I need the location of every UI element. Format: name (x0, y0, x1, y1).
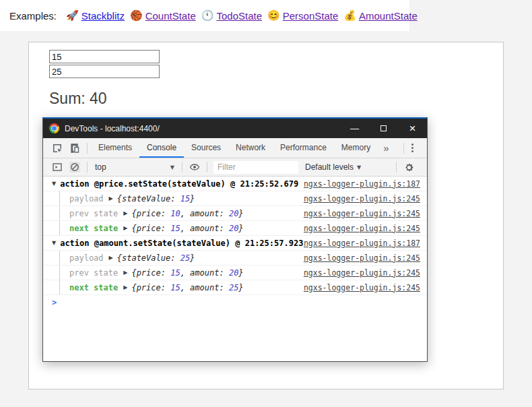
expand-caret-icon[interactable]: ▶ (123, 284, 127, 290)
preview-text: , amount: (180, 268, 229, 278)
source-link[interactable]: ngxs-logger-plugin.js:245 (304, 224, 420, 233)
preview-text: } (238, 283, 243, 292)
link-amountstate[interactable]: 💰 AmountState (343, 9, 417, 22)
object-preview: {price: 15, amount: 20} (131, 268, 243, 278)
expand-caret-icon[interactable]: ▼ (52, 240, 56, 246)
clear-console-icon[interactable] (69, 162, 80, 173)
object-preview: {price: 10, amount: 20} (131, 209, 243, 218)
context-label: top (95, 162, 106, 172)
divider (87, 162, 88, 173)
expand-caret-icon[interactable]: ▶ (123, 225, 127, 231)
console-row[interactable]: prev state▶{price: 10, amount: 20}ngxs-l… (43, 206, 427, 221)
divider (182, 162, 182, 173)
link-countstate[interactable]: 🏀 CountState (130, 9, 196, 22)
expand-caret-icon[interactable]: ▶ (123, 270, 127, 276)
preview-text: , amount: (180, 224, 229, 233)
levels-label: Default levels (305, 162, 354, 172)
price-input[interactable] (49, 50, 160, 63)
object-preview: {price: 15, amount: 25} (131, 283, 243, 292)
divider (207, 162, 207, 173)
examples-header: Examples: 🚀 Stackblitz 🏀 CountState 🕚 To… (0, 0, 409, 31)
state-label: prev state (69, 209, 118, 218)
source-link[interactable]: ngxs-logger-plugin.js:245 (304, 209, 420, 218)
tab-sources[interactable]: Sources (184, 138, 228, 158)
state-label: payload (69, 253, 104, 263)
console-prompt-icon[interactable]: > (52, 298, 57, 307)
chrome-logo-icon (49, 123, 59, 133)
preview-text: } (238, 268, 243, 278)
source-link[interactable]: ngxs-logger-plugin.js:187 (304, 179, 420, 189)
app-card: Sum: 40 DevTools - localhost:4400/ — × E… (28, 42, 504, 389)
preview-text: {stateValue: (117, 253, 180, 263)
console-log-area[interactable]: ▼action @price.setState(stateValue) @ 21… (43, 177, 427, 361)
tab-network[interactable]: Network (228, 138, 273, 158)
preview-text: {price: (131, 268, 170, 278)
console-row[interactable]: > (43, 295, 427, 310)
link-todostate[interactable]: 🕚 TodoState (201, 9, 262, 22)
devtools-window: DevTools - localhost:4400/ — × Elements … (42, 117, 428, 362)
live-expression-eye-icon[interactable] (189, 162, 200, 173)
preview-text: , amount: (180, 283, 229, 292)
console-row[interactable]: payload▶{stateValue: 15}ngxs-logger-plug… (43, 191, 427, 206)
console-row[interactable]: ▼action @amount.setState(stateValue) @ 2… (43, 236, 427, 251)
expand-caret-icon[interactable]: ▶ (123, 210, 127, 216)
number-value: 15 (170, 268, 180, 278)
sum-text: Sum: 40 (49, 90, 503, 108)
context-dropdown[interactable]: top ▼ (95, 162, 174, 172)
window-title: DevTools - localhost:4400/ (65, 124, 160, 133)
minimize-icon: — (350, 123, 359, 133)
console-row[interactable]: next state▶{price: 15, amount: 25}ngxs-l… (43, 280, 427, 295)
console-row[interactable]: ▼action @price.setState(stateValue) @ 21… (43, 177, 427, 191)
source-link[interactable]: ngxs-logger-plugin.js:187 (304, 239, 420, 248)
tab-console[interactable]: Console (139, 138, 184, 158)
moneybag-icon: 💰 (343, 9, 356, 22)
divider (403, 143, 404, 154)
preview-text: {stateValue: (117, 194, 180, 204)
more-tabs-icon[interactable]: » (383, 142, 389, 154)
basketball-icon: 🏀 (130, 9, 143, 22)
divider (87, 143, 88, 154)
console-sidebar-icon[interactable] (52, 162, 63, 173)
link-stackblitz[interactable]: 🚀 Stackblitz (66, 9, 125, 22)
link-label: AmountState (359, 10, 418, 22)
preview-text: } (238, 209, 243, 218)
filter-input[interactable] (213, 161, 298, 174)
source-link[interactable]: ngxs-logger-plugin.js:245 (304, 194, 420, 204)
minimize-button[interactable]: — (340, 119, 369, 138)
preview-text: } (190, 194, 195, 204)
preview-text: {price: (131, 209, 170, 218)
amount-input[interactable] (49, 65, 160, 78)
devtools-menu-icon[interactable] (407, 144, 418, 152)
link-personstate[interactable]: 😊 PersonState (267, 9, 338, 22)
console-row[interactable]: payload▶{stateValue: 25}ngxs-logger-plug… (43, 251, 427, 265)
settings-gear-icon[interactable] (403, 162, 414, 173)
object-preview: {price: 15, amount: 20} (131, 224, 243, 233)
number-value: 15 (180, 194, 190, 204)
clock-icon: 🕚 (201, 9, 214, 22)
expand-caret-icon[interactable]: ▶ (109, 255, 113, 261)
expand-caret-icon[interactable]: ▶ (109, 195, 113, 201)
log-levels-dropdown[interactable]: Default levels ▼ (305, 162, 361, 172)
divider (396, 162, 397, 173)
source-link[interactable]: ngxs-logger-plugin.js:245 (304, 268, 420, 278)
preview-text: } (190, 253, 195, 263)
maximize-button[interactable] (369, 119, 398, 138)
tab-elements[interactable]: Elements (91, 138, 139, 158)
console-row[interactable]: next state▶{price: 15, amount: 20}ngxs-l… (43, 221, 427, 236)
console-row[interactable]: prev state▶{price: 15, amount: 20}ngxs-l… (43, 265, 427, 280)
tab-memory[interactable]: Memory (334, 138, 378, 158)
source-link[interactable]: ngxs-logger-plugin.js:245 (304, 283, 420, 292)
device-toolbar-icon[interactable] (69, 143, 80, 154)
tab-performance[interactable]: Performance (273, 138, 334, 158)
expand-caret-icon[interactable]: ▼ (52, 181, 56, 187)
window-controls: — × (340, 119, 427, 138)
state-label: payload (69, 194, 104, 204)
preview-text: {price: (131, 283, 170, 292)
action-text: action @price.setState(stateValue) @ 21:… (60, 179, 298, 189)
devtools-tabsbar: Elements Console Sources Network Perform… (43, 138, 427, 158)
source-link[interactable]: ngxs-logger-plugin.js:245 (304, 253, 420, 263)
inspect-element-icon[interactable] (52, 143, 63, 154)
preview-text: {price: (131, 224, 170, 233)
devtools-titlebar[interactable]: DevTools - localhost:4400/ — × (43, 119, 427, 138)
close-button[interactable]: × (398, 119, 427, 138)
